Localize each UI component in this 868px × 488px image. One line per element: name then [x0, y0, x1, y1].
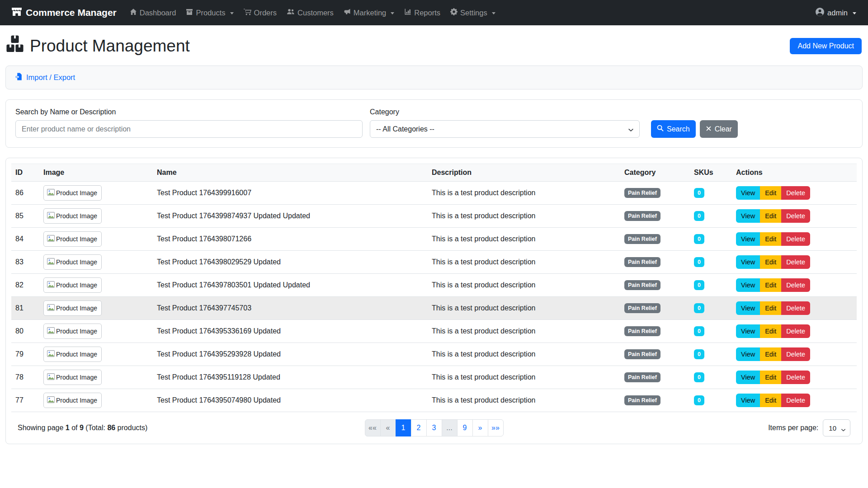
product-description: This is a test product description [428, 366, 620, 389]
delete-button[interactable]: Delete [781, 255, 810, 269]
sku-count-badge: 0 [694, 257, 704, 267]
edit-button[interactable]: Edit [760, 301, 781, 315]
edit-button[interactable]: Edit [760, 186, 781, 200]
sku-count-badge: 0 [694, 349, 704, 360]
product-name: Test Product 1764395336169 Updated [153, 320, 428, 343]
nav-item-customers[interactable]: Customers [282, 5, 339, 21]
view-button[interactable]: View [736, 278, 760, 292]
view-button[interactable]: View [736, 347, 760, 361]
clear-button[interactable]: Clear [700, 120, 738, 138]
sku-count-badge: 0 [694, 372, 704, 383]
edit-button[interactable]: Edit [760, 394, 781, 407]
delete-button[interactable]: Delete [781, 186, 810, 200]
table-row: 86 Product Image Test Product 1764399916… [11, 182, 857, 205]
boxes-icon [6, 35, 24, 56]
nav-item-dashboard[interactable]: Dashboard [125, 5, 181, 21]
nav-item-products[interactable]: Products [181, 5, 238, 21]
category-badge: Pain Relief [624, 349, 660, 360]
brand[interactable]: Commerce Manager [12, 7, 117, 19]
column-header-actions: Actions [732, 164, 857, 182]
edit-button[interactable]: Edit [760, 232, 781, 246]
edit-button[interactable]: Edit [760, 371, 781, 384]
product-id: 86 [11, 182, 39, 205]
product-id: 84 [11, 228, 39, 251]
sku-count-badge: 0 [694, 326, 704, 337]
delete-button[interactable]: Delete [781, 324, 810, 338]
search-input[interactable] [15, 120, 363, 138]
row-actions: View Edit Delete [736, 209, 810, 223]
home-icon [130, 8, 137, 17]
product-id: 79 [11, 343, 39, 366]
sku-count-badge: 0 [694, 211, 704, 221]
product-id: 80 [11, 320, 39, 343]
items-per-page: Items per page: 10 [504, 419, 851, 436]
delete-button[interactable]: Delete [781, 278, 810, 292]
category-select[interactable]: -- All Categories -- [370, 120, 640, 138]
broken-image-icon [47, 258, 55, 266]
view-button[interactable]: View [736, 255, 760, 269]
product-description: This is a test product description [428, 182, 620, 205]
pagination-page[interactable]: 3 [426, 419, 442, 436]
page-title-text: Product Management [30, 37, 190, 56]
edit-button[interactable]: Edit [760, 324, 781, 338]
delete-button[interactable]: Delete [781, 209, 810, 223]
edit-button[interactable]: Edit [760, 255, 781, 269]
edit-button[interactable]: Edit [760, 278, 781, 292]
row-actions: View Edit Delete [736, 324, 810, 338]
product-image-placeholder: Product Image [43, 347, 102, 362]
add-new-product-button[interactable]: Add New Product [790, 38, 862, 54]
product-name: Test Product 1764399916007 [153, 182, 428, 205]
file-import-icon [15, 73, 23, 82]
view-button[interactable]: View [736, 324, 760, 338]
view-button[interactable]: View [736, 209, 760, 223]
delete-button[interactable]: Delete [781, 394, 810, 407]
view-button[interactable]: View [736, 371, 760, 384]
import-export-link[interactable]: Import / Export [15, 73, 75, 82]
product-description: This is a test product description [428, 389, 620, 412]
pagination-page[interactable]: »» [488, 419, 504, 436]
column-header-description: Description [428, 164, 620, 182]
pagination-page[interactable]: 9 [457, 419, 473, 436]
view-button[interactable]: View [736, 232, 760, 246]
delete-button[interactable]: Delete [781, 301, 810, 315]
product-image-placeholder: Product Image [43, 208, 102, 224]
search-button[interactable]: Search [651, 120, 696, 138]
table-row: 84 Product Image Test Product 1764398071… [11, 228, 857, 251]
category-badge: Pain Relief [624, 257, 660, 267]
nav-item-settings[interactable]: Settings [445, 5, 500, 21]
items-per-page-value: 10 [829, 424, 836, 432]
broken-image-icon [47, 373, 55, 381]
product-id: 83 [11, 251, 39, 274]
category-badge: Pain Relief [624, 211, 660, 221]
products-table: ID Image Name Description Category SKUs … [11, 164, 857, 412]
nav-item-orders[interactable]: Orders [239, 5, 282, 21]
gear-icon [450, 8, 458, 17]
view-button[interactable]: View [736, 301, 760, 315]
items-per-page-select[interactable]: 10 [823, 419, 850, 436]
items-per-page-label: Items per page: [768, 424, 818, 432]
category-selected-value: -- All Categories -- [376, 125, 434, 133]
table-row: 82 Product Image Test Product 1764397803… [11, 274, 857, 297]
view-button[interactable]: View [736, 394, 760, 407]
edit-button[interactable]: Edit [760, 209, 781, 223]
product-name: Test Product 1764395074980 Updated [153, 389, 428, 412]
edit-button[interactable]: Edit [760, 347, 781, 361]
broken-image-icon [47, 212, 55, 220]
sku-count-badge: 0 [694, 280, 704, 291]
product-id: 81 [11, 297, 39, 320]
delete-button[interactable]: Delete [781, 347, 810, 361]
nav-item-reports[interactable]: Reports [399, 5, 445, 21]
nav-item-marketing[interactable]: Marketing [339, 5, 399, 21]
product-name: Test Product 1764398071266 [153, 228, 428, 251]
pagination-page[interactable]: » [472, 419, 488, 436]
table-row: 77 Product Image Test Product 1764395074… [11, 389, 857, 412]
user-menu[interactable]: admin [816, 8, 856, 18]
pagination: «««123...9»»» [365, 419, 504, 436]
delete-button[interactable]: Delete [781, 232, 810, 246]
pagination-page[interactable]: 2 [411, 419, 427, 436]
broken-image-icon [47, 235, 55, 243]
delete-button[interactable]: Delete [781, 371, 810, 384]
view-button[interactable]: View [736, 186, 760, 200]
table-footer: Showing page 1 of 9 (Total: 86 products)… [11, 419, 857, 436]
pagination-page[interactable]: 1 [396, 419, 411, 436]
